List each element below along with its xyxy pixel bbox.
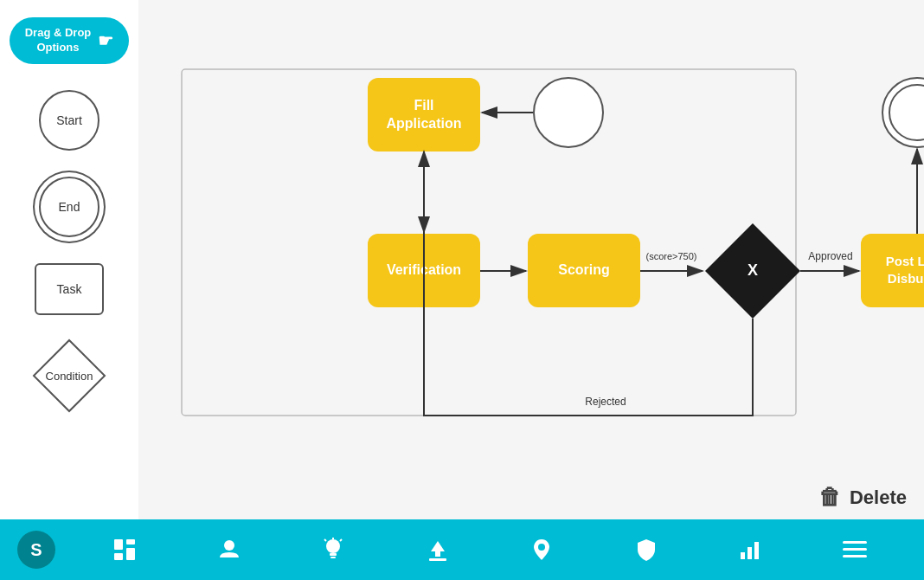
start-event-node[interactable]: [534, 78, 603, 147]
svg-rect-8: [330, 553, 337, 556]
svg-rect-20: [843, 541, 867, 544]
upload-icon: [427, 538, 448, 562]
svg-rect-15: [429, 558, 446, 561]
svg-line-11: [324, 539, 326, 541]
nav-user[interactable]: [208, 528, 251, 571]
svg-rect-19: [754, 542, 759, 559]
task-label: Task: [57, 282, 82, 296]
nav-location[interactable]: [520, 528, 563, 571]
post-loan-label2: Disbursal: [888, 271, 924, 286]
svg-rect-14: [435, 551, 440, 557]
post-loan-label1: Post Loan: [886, 254, 924, 268]
nav-chart[interactable]: [728, 528, 772, 571]
start-node-palette[interactable]: Start: [39, 90, 99, 151]
svg-rect-18: [748, 547, 752, 559]
shield-icon: [636, 538, 657, 562]
svg-rect-5: [126, 548, 135, 560]
dashboard-icon: [112, 538, 137, 562]
drag-drop-button[interactable]: Drag & DropOptions ☛: [10, 17, 130, 64]
delete-button[interactable]: 🗑 Delete: [818, 484, 907, 511]
location-icon: [532, 538, 551, 562]
svg-rect-4: [114, 553, 123, 560]
svg-rect-22: [843, 555, 867, 557]
task-node-palette[interactable]: Task: [35, 263, 104, 315]
cursor-icon: ☛: [98, 29, 113, 52]
svg-rect-21: [843, 548, 867, 551]
nav-dashboard[interactable]: [103, 528, 146, 571]
svg-line-12: [340, 539, 342, 541]
palette-start[interactable]: Start: [39, 90, 99, 151]
chart-icon: [739, 538, 761, 561]
end-label: End: [59, 200, 80, 214]
fill-application-node[interactable]: [368, 78, 480, 151]
fill-app-label2: Application: [386, 116, 461, 131]
palette-condition[interactable]: Condition: [35, 341, 104, 410]
bottom-navbar: S: [0, 519, 924, 580]
delete-label: Delete: [850, 487, 907, 509]
menu-icon: [843, 540, 867, 559]
user-icon: [218, 538, 241, 561]
nav-avatar[interactable]: S: [17, 531, 55, 569]
svg-rect-3: [126, 539, 135, 545]
scoring-label: Scoring: [558, 262, 610, 277]
end-node-palette[interactable]: End: [39, 177, 99, 237]
condition-node-palette[interactable]: Condition: [35, 341, 104, 410]
sidebar: Drag & DropOptions ☛ Start End Task Cond…: [0, 0, 138, 519]
svg-rect-2: [114, 539, 123, 550]
drag-drop-label: Drag & DropOptions: [25, 26, 92, 55]
nav-bulb[interactable]: [311, 528, 355, 571]
avatar-letter: S: [30, 540, 42, 560]
flow-boundary: [182, 69, 796, 416]
condition-x-label: X: [748, 261, 758, 279]
trash-icon: 🗑: [818, 484, 841, 511]
approved-label: Approved: [808, 250, 852, 262]
svg-rect-9: [330, 557, 336, 558]
condition-label: Condition: [46, 369, 93, 382]
svg-point-6: [224, 540, 234, 551]
fill-app-label: Fill: [414, 98, 433, 113]
palette-task[interactable]: Task: [35, 263, 104, 315]
svg-point-16: [538, 544, 545, 551]
svg-point-7: [326, 539, 340, 553]
flow-canvas[interactable]: Fill Application Verification Scoring (s…: [138, 0, 924, 519]
start-label: Start: [56, 113, 82, 127]
score-condition-label: (score>750): [645, 251, 696, 261]
nav-items: [73, 528, 907, 571]
nav-upload[interactable]: [416, 528, 459, 571]
palette-end[interactable]: End: [39, 177, 99, 237]
svg-marker-13: [431, 541, 445, 551]
nav-menu[interactable]: [833, 528, 876, 571]
rejected-label: Rejected: [585, 396, 626, 408]
svg-rect-17: [741, 552, 745, 559]
bulb-icon: [323, 538, 343, 562]
nav-shield[interactable]: [625, 528, 668, 571]
